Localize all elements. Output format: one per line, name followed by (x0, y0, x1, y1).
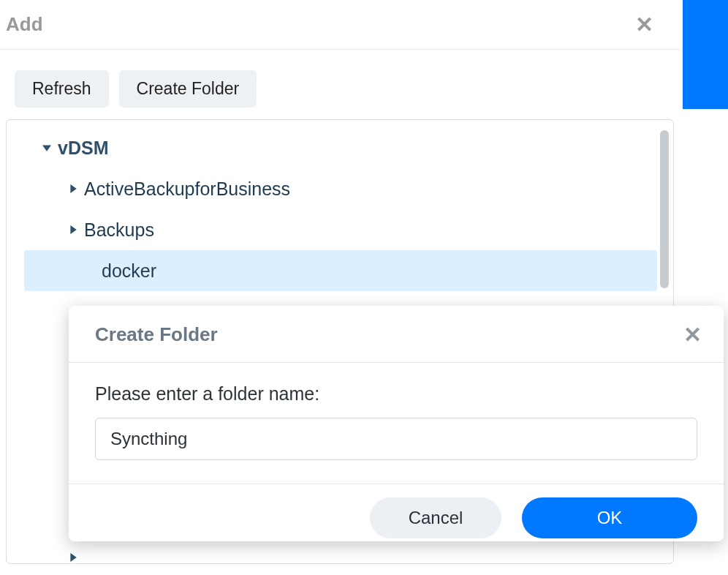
panel-title: Add (6, 13, 43, 36)
caret-right-icon (65, 225, 81, 234)
caret-right-icon (65, 184, 81, 193)
svg-marker-1 (70, 184, 76, 193)
tree-root[interactable]: vDSM (7, 127, 673, 168)
svg-marker-0 (42, 145, 51, 151)
caret-down-icon (39, 143, 55, 152)
caret-right-icon (65, 553, 81, 562)
tree-item[interactable]: Backups (7, 209, 673, 250)
close-icon[interactable]: ✕ (683, 324, 702, 346)
ok-button[interactable]: OK (522, 497, 697, 538)
create-folder-button[interactable]: Create Folder (119, 70, 257, 108)
tree-root-label: vDSM (55, 138, 108, 159)
scrollbar-thumb[interactable] (660, 130, 669, 288)
tree-item-selected[interactable]: docker (24, 250, 657, 291)
cancel-button[interactable]: Cancel (370, 497, 501, 538)
tree-item-label: Backups (81, 219, 154, 241)
close-icon[interactable]: ✕ (635, 14, 674, 36)
modal-header: Create Folder ✕ (69, 306, 724, 363)
modal-title: Create Folder (95, 323, 218, 346)
tree-item-label: ActiveBackupforBusiness (81, 178, 290, 200)
modal-body: Please enter a folder name: (69, 363, 724, 484)
tree-item[interactable]: ActiveBackupforBusiness (7, 168, 673, 209)
tree-item-label: docker (99, 260, 156, 282)
toolbar: Refresh Create Folder (0, 50, 680, 119)
refresh-button[interactable]: Refresh (15, 70, 109, 108)
side-accent (683, 0, 728, 109)
create-folder-modal: Create Folder ✕ Please enter a folder na… (69, 306, 724, 541)
folder-name-input[interactable] (95, 418, 697, 460)
modal-prompt: Please enter a folder name: (95, 383, 697, 405)
modal-footer: Cancel OK (69, 484, 724, 541)
panel-header: Add ✕ (0, 0, 680, 50)
svg-marker-2 (70, 225, 76, 234)
svg-marker-9 (70, 553, 76, 562)
